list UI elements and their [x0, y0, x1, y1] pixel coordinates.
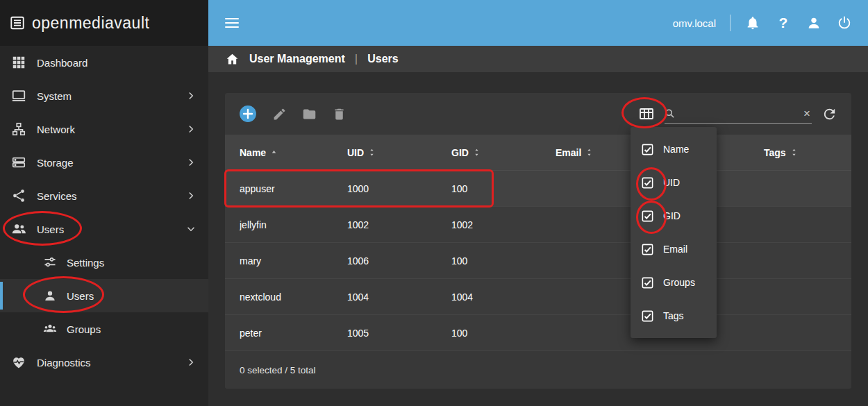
cell-gid: 1002: [451, 219, 556, 230]
cell-gid: 100: [451, 183, 556, 194]
sidebar-item-diagnostics[interactable]: Diagnostics: [0, 346, 208, 379]
search-input[interactable]: [679, 108, 799, 119]
table-row[interactable]: peter 1005 100: [225, 315, 851, 351]
checkbox-checked-icon[interactable]: [641, 176, 654, 189]
menu-icon[interactable]: [225, 15, 239, 31]
home-icon[interactable]: [225, 52, 240, 67]
groups-icon: [43, 322, 57, 336]
column-menu-item-tags[interactable]: Tags: [631, 299, 717, 332]
heart-pulse-icon: [11, 355, 26, 370]
sidebar-item-label: Network: [37, 124, 75, 135]
checkbox-checked-icon[interactable]: [641, 210, 654, 223]
column-header-uid[interactable]: UID: [347, 147, 451, 158]
search-box: ×: [665, 104, 812, 124]
column-label: GID: [451, 147, 469, 158]
column-label: Name: [240, 147, 266, 158]
column-menu-item-uid[interactable]: UID: [631, 166, 717, 199]
sidebar-nav: Dashboard System Network S: [0, 46, 208, 379]
selection-summary: 0 selected / 5 total: [240, 365, 316, 375]
shared-folder-icon[interactable]: [302, 107, 317, 121]
sliders-icon: [43, 255, 57, 269]
column-label: UID: [347, 147, 364, 158]
chevron-right-icon: [185, 189, 197, 202]
table-header-row: Name UID GID Email Groups Tags: [225, 135, 851, 171]
hostname: omv.local: [673, 17, 716, 29]
sidebar-item-label: Groups: [67, 323, 101, 335]
sidebar-item-label: Diagnostics: [37, 357, 91, 369]
sidebar-item-storage[interactable]: Storage: [0, 146, 208, 179]
table-row[interactable]: appuser 1000 100: [225, 171, 851, 207]
column-menu-item-email[interactable]: Email: [631, 232, 717, 266]
screen: openmediavault Dashboard System: [0, 0, 868, 406]
column-menu-label: Name: [663, 144, 689, 155]
sidebar-item-users-users[interactable]: Users: [0, 279, 208, 312]
checkbox-checked-icon[interactable]: [641, 243, 654, 256]
sidebar-item-label: System: [37, 90, 72, 102]
column-header-tags[interactable]: Tags: [764, 147, 851, 158]
table-footer: 0 selected / 5 total: [225, 351, 851, 389]
column-menu-label: Groups: [663, 277, 695, 288]
chevron-right-icon: [185, 90, 197, 102]
cell-name: jellyfin: [240, 219, 347, 230]
cell-gid: 100: [451, 255, 556, 267]
sort-asc-icon: [269, 148, 278, 157]
column-menu-item-groups[interactable]: Groups: [631, 266, 717, 299]
power-icon[interactable]: [836, 15, 853, 31]
table-row[interactable]: nextcloud 1004 1004: [225, 279, 851, 315]
sidebar-item-label: Services: [37, 190, 77, 202]
breadcrumb-section[interactable]: User Management: [249, 53, 345, 65]
column-menu-label: UID: [663, 177, 680, 188]
sidebar-item-network[interactable]: Network: [0, 112, 208, 146]
app-logo[interactable]: openmediavault: [0, 0, 208, 46]
storage-drive-icon: [11, 155, 26, 170]
cell-uid: 1006: [347, 255, 451, 267]
table-row[interactable]: mary 1006 100: [225, 243, 851, 279]
sidebar-item-dashboard[interactable]: Dashboard: [0, 46, 208, 79]
sidebar: openmediavault Dashboard System: [0, 0, 208, 406]
breadcrumb-separator: |: [355, 52, 358, 66]
vault-logo-icon: [10, 15, 25, 31]
cell-uid: 1002: [347, 219, 451, 230]
help-glyph: ?: [779, 15, 788, 31]
share-icon: [11, 188, 26, 203]
checkbox-checked-icon[interactable]: [641, 310, 654, 323]
column-label: Email: [556, 147, 581, 158]
column-label: Tags: [764, 147, 786, 158]
add-user-button[interactable]: [239, 105, 257, 123]
delete-trash-icon[interactable]: [332, 107, 347, 121]
notifications-bell-icon[interactable]: [744, 15, 761, 31]
column-header-name[interactable]: Name: [240, 147, 347, 158]
refresh-icon[interactable]: [821, 106, 837, 122]
column-chooser-icon[interactable]: [638, 105, 655, 122]
sidebar-item-label: Dashboard: [37, 57, 87, 69]
sort-both-icon: [585, 148, 594, 157]
breadcrumb-page: Users: [367, 53, 398, 65]
user-account-icon[interactable]: [806, 15, 822, 31]
sort-both-icon: [472, 148, 481, 157]
sidebar-item-system[interactable]: System: [0, 79, 208, 112]
sidebar-item-users-groups[interactable]: Groups: [0, 312, 208, 346]
table-row[interactable]: jellyfin 1002 1002: [225, 207, 851, 243]
column-menu-item-name[interactable]: Name: [631, 133, 717, 166]
checkbox-checked-icon[interactable]: [641, 276, 654, 289]
person-icon: [43, 289, 57, 303]
checkbox-checked-icon[interactable]: [641, 143, 654, 156]
column-header-gid[interactable]: GID: [451, 147, 556, 158]
cell-name: nextcloud: [240, 291, 347, 303]
cell-uid: 1000: [347, 183, 451, 194]
cell-name: mary: [240, 255, 347, 267]
column-menu-label: Tags: [663, 310, 684, 321]
users-table-panel: × Name UID GID Email: [225, 93, 851, 389]
chevron-right-icon: [185, 123, 197, 135]
sidebar-item-services[interactable]: Services: [0, 179, 208, 212]
column-menu-item-gid[interactable]: GID: [631, 199, 717, 232]
sort-both-icon: [367, 148, 376, 157]
cell-name: appuser: [240, 183, 347, 194]
help-icon[interactable]: ?: [775, 15, 792, 31]
cell-gid: 1004: [451, 291, 556, 303]
sidebar-item-users-settings[interactable]: Settings: [0, 246, 208, 279]
sidebar-item-users[interactable]: Users: [0, 212, 208, 246]
edit-pencil-icon[interactable]: [272, 107, 287, 121]
column-chooser-menu: Name UID GID Email Groups: [631, 127, 717, 338]
clear-search-icon[interactable]: ×: [803, 108, 812, 119]
